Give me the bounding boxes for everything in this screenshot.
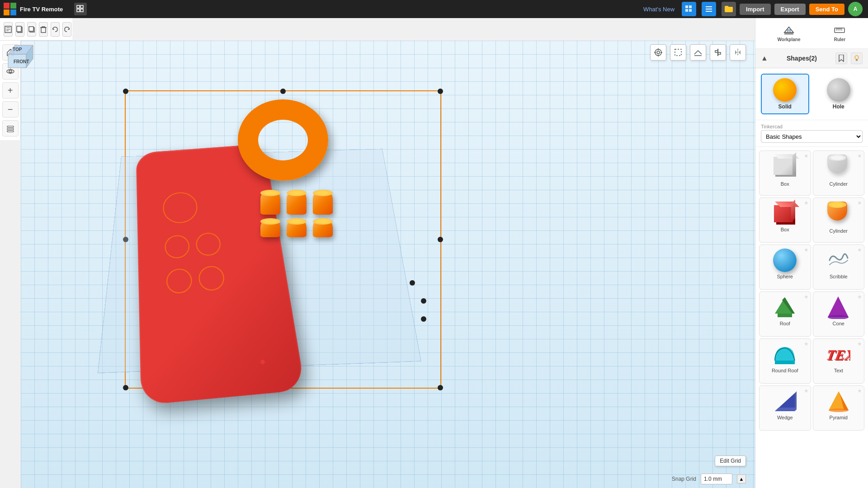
tools-icon	[705, 5, 713, 13]
sphere-label: Sphere	[777, 274, 793, 279]
align-btn[interactable]	[710, 44, 726, 61]
mirror-btn[interactable]	[730, 44, 746, 61]
grid-view-toggle[interactable]	[74, 3, 87, 15]
shape-card-wedge[interactable]: ★ Wedge	[759, 385, 811, 431]
apps-grid-icon[interactable]	[682, 2, 696, 16]
height-handle-2[interactable]	[421, 298, 426, 304]
snap-increase-btn[interactable]: ▲	[737, 474, 746, 483]
favorite-star-box-red[interactable]: ★	[804, 200, 809, 206]
mirror-icon	[733, 48, 742, 57]
btn-circle-1	[164, 235, 190, 259]
favorite-star-box-gray[interactable]: ★	[804, 153, 809, 159]
snap-grid-row: Snap Grid ▲	[672, 474, 746, 484]
hole-button[interactable]: Hole	[815, 74, 863, 114]
box-select-btn[interactable]	[670, 44, 686, 61]
svg-rect-5	[80, 5, 83, 8]
edit-grid-button[interactable]: Edit Grid	[715, 455, 746, 466]
shape-card-box-gray[interactable]: ★ Box	[759, 150, 811, 196]
new-button[interactable]	[4, 22, 13, 37]
library-dropdown[interactable]: Basic Shapes	[761, 130, 863, 143]
handle-br[interactable]	[438, 385, 443, 390]
duplicate-button[interactable]	[27, 22, 36, 37]
whats-new-link[interactable]: What's New	[643, 6, 675, 13]
cylinder-4[interactable]	[260, 218, 280, 237]
design-tools-icon[interactable]	[702, 2, 716, 16]
undo-button[interactable]	[51, 22, 60, 37]
cylinder-3[interactable]	[313, 190, 333, 215]
shape-card-sphere[interactable]: ★ Sphere	[759, 244, 811, 290]
export-button[interactable]: Export	[774, 4, 806, 15]
collapse-icon[interactable]: ▲	[761, 54, 768, 62]
align-icon	[713, 48, 722, 57]
favorite-star-pyramid[interactable]: ★	[857, 388, 862, 394]
shape-card-cone[interactable]: ★ Cone	[813, 291, 865, 337]
svg-rect-42	[835, 28, 844, 33]
shape-card-round-roof[interactable]: ★ Round Roof	[759, 338, 811, 384]
handle-tc[interactable]	[280, 89, 286, 94]
top-bar: Fire TV Remote What's New	[0, 0, 868, 18]
handle-mr[interactable]	[438, 237, 443, 242]
favorite-star-scribble[interactable]: ★	[857, 247, 862, 253]
lightbulb-icon	[854, 55, 860, 62]
round-roof-svg-icon	[773, 343, 797, 366]
target-icon-btn[interactable]	[650, 44, 666, 61]
send-to-button[interactable]: Send To	[809, 4, 844, 15]
cylinder-6[interactable]	[313, 218, 333, 237]
edit-toolbar	[0, 18, 72, 41]
cylinder-5[interactable]	[287, 218, 307, 237]
shape-card-pyramid[interactable]: ★ Pyramid	[813, 385, 865, 431]
height-handle-3[interactable]	[421, 316, 426, 322]
favorite-star-cyl-orange[interactable]: ★	[857, 200, 862, 206]
cylinder-2[interactable]	[287, 190, 307, 215]
favorite-star-text[interactable]: ★	[857, 341, 862, 347]
favorite-star-wedge[interactable]: ★	[804, 388, 809, 394]
handle-tr[interactable]	[438, 89, 443, 94]
lightbulb-icon-btn[interactable]	[851, 52, 863, 64]
svg-rect-16	[29, 27, 33, 31]
viewport-top-icons	[650, 44, 746, 61]
workplane-panel-btn[interactable]: Workplane	[773, 22, 805, 45]
zoom-out-button[interactable]: −	[2, 101, 19, 117]
import-button[interactable]: Import	[740, 4, 770, 15]
shape-card-box-red[interactable]: ★ Box	[759, 197, 811, 243]
hole-label: Hole	[833, 103, 844, 110]
svg-rect-11	[689, 9, 692, 12]
zoom-in-button[interactable]: +	[2, 82, 19, 99]
favorite-star-sphere[interactable]: ★	[804, 247, 809, 253]
favorite-star-cyl-gray[interactable]: ★	[857, 153, 862, 159]
cone-visual	[827, 296, 850, 319]
layers-button[interactable]	[2, 120, 19, 136]
ruler-panel-btn[interactable]: Ruler	[829, 22, 850, 45]
redo-button[interactable]	[62, 22, 71, 37]
favorite-star-round-roof[interactable]: ★	[804, 341, 809, 347]
wedge-visual	[773, 389, 797, 413]
favorite-star-cone[interactable]: ★	[857, 294, 862, 300]
user-avatar[interactable]: A	[848, 2, 863, 16]
round-roof-visual	[773, 343, 797, 366]
shape-card-cylinder-gray[interactable]: ★ Cylinder	[813, 150, 865, 196]
height-handle-1[interactable]	[410, 280, 415, 286]
handle-bl[interactable]	[123, 385, 128, 390]
favorite-star-roof[interactable]: ★	[804, 294, 809, 300]
shape-card-scribble[interactable]: ★ Scribble	[813, 244, 865, 290]
folder-icon[interactable]	[722, 2, 736, 16]
viewport[interactable]: Edit Grid Snap Grid ▲	[21, 41, 755, 488]
shape-card-cylinder-orange[interactable]: ★ Cylinder	[813, 197, 865, 243]
workplane-btn[interactable]	[690, 44, 706, 61]
shape-card-text[interactable]: ★ TEXT Text	[813, 338, 865, 384]
svg-point-28	[655, 49, 661, 56]
solid-button[interactable]: Solid	[761, 74, 809, 114]
handle-tl[interactable]	[123, 89, 128, 94]
box-3d-gray-shape	[774, 157, 794, 175]
torus-shape[interactable]	[238, 99, 328, 181]
cyl-gray-visual	[827, 155, 850, 179]
copy-button[interactable]	[15, 22, 24, 37]
snap-grid-input[interactable]	[701, 474, 732, 484]
btn-circle-3	[195, 232, 222, 256]
cylinder-1[interactable]	[260, 190, 280, 215]
bookmark-icon-btn[interactable]	[835, 52, 847, 64]
grid-icon	[76, 5, 85, 13]
svg-rect-7	[80, 9, 83, 12]
delete-button[interactable]	[39, 22, 48, 37]
shape-card-roof[interactable]: ★ Roof	[759, 291, 811, 337]
